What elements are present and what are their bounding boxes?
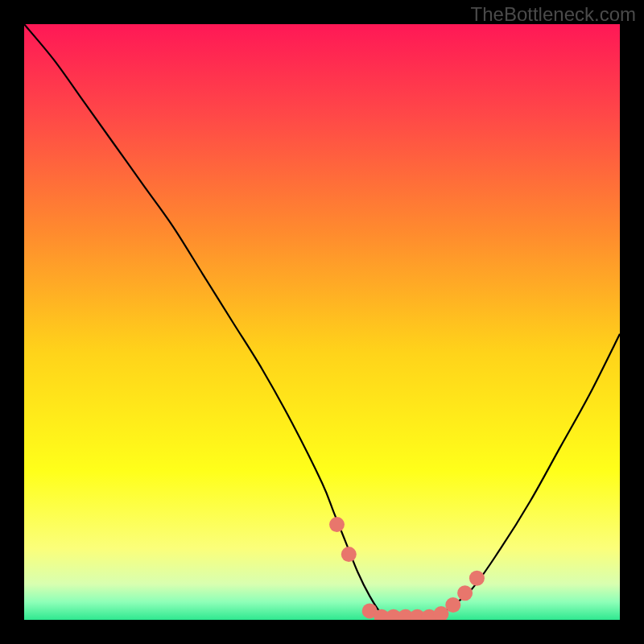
- watermark-text: TheBottleneck.com: [471, 3, 636, 26]
- chart-frame: [24, 24, 620, 620]
- gradient-background: [24, 24, 620, 620]
- svg-rect-0: [24, 24, 620, 620]
